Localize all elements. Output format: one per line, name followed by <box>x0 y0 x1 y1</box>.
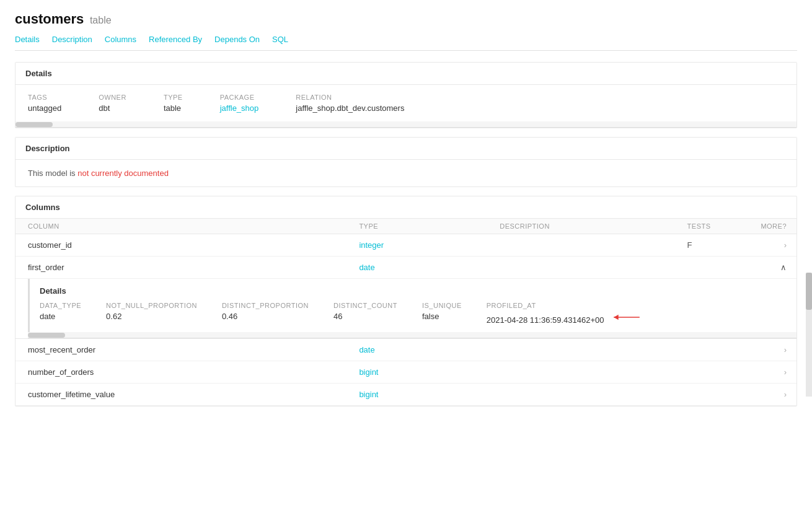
col-desc-number-of-orders <box>500 361 687 384</box>
exp-is-unique-label: IS_UNIQUE <box>422 302 462 309</box>
chevron-right-icon: › <box>784 240 787 250</box>
page-subtitle: table <box>90 15 112 25</box>
details-scroll-thumb[interactable] <box>15 122 53 127</box>
col-type-customer-id: integer <box>359 234 500 257</box>
col-desc-customer-lifetime-value <box>500 384 687 406</box>
page-title: customers <box>15 11 84 27</box>
col-tests-most-recent-order <box>687 339 750 361</box>
exp-data-type-label: DATA_TYPE <box>40 302 81 309</box>
table-row: customer_id integer F › <box>15 234 797 257</box>
columns-section: Columns COLUMN TYPE DESCRIPTION TESTS <box>15 196 797 406</box>
tab-details[interactable]: Details <box>15 35 40 50</box>
details-grid: TAGS untagged OWNER dbt TYPE table PACKA… <box>15 85 797 121</box>
exp-is-unique: IS_UNIQUE false <box>422 302 462 325</box>
description-heading: Description <box>15 138 797 160</box>
right-scrollbar-track[interactable] <box>806 273 812 397</box>
detail-relation: RELATION jaffle_shop.dbt_dev.customers <box>296 94 404 113</box>
owner-label: OWNER <box>99 94 126 101</box>
col-type-number-of-orders: bigint <box>359 361 500 384</box>
red-arrow-indicator <box>611 312 642 323</box>
tags-label: TAGS <box>28 94 61 101</box>
col-name-most-recent-order: most_recent_order <box>15 339 359 361</box>
exp-distinct-count-value: 46 <box>333 312 397 321</box>
columns-header-row: COLUMN TYPE DESCRIPTION TESTS MORE? <box>15 219 797 234</box>
chevron-right-icon: › <box>784 367 787 377</box>
description-body: This model is not currently documented <box>15 160 797 187</box>
col-tests-customer-lifetime-value <box>687 384 750 406</box>
relation-label: RELATION <box>296 94 404 101</box>
col-name-first-order: first_order <box>15 257 359 279</box>
exp-not-null-value: 0.62 <box>106 312 197 321</box>
col-header-more: MORE? <box>749 219 797 234</box>
chevron-up-icon: ∧ <box>780 263 787 272</box>
col-tests-first-order <box>687 257 750 279</box>
col-more-number-of-orders[interactable]: › <box>749 361 797 384</box>
col-name-customer-lifetime-value: customer_lifetime_value <box>15 384 359 406</box>
exp-data-type-value: date <box>40 312 81 321</box>
col-desc-customer-id <box>500 234 687 257</box>
detail-package: PACKAGE jaffle_shop <box>220 94 259 113</box>
detail-owner: OWNER dbt <box>99 94 126 113</box>
exp-profiled-at-value: 2021-04-28 11:36:59.431462+00 <box>487 312 642 325</box>
table-row: first_order date ∧ <box>15 257 797 279</box>
expanded-grid: DATA_TYPE date NOT_NULL_PROPORTION 0.62 … <box>40 302 787 325</box>
col-desc-most-recent-order <box>500 339 687 361</box>
col-header-type: TYPE <box>359 219 500 234</box>
tab-description[interactable]: Description <box>52 35 92 50</box>
exp-distinct-prop-value: 0.46 <box>222 312 309 321</box>
tags-value: untagged <box>28 103 61 113</box>
svg-marker-1 <box>614 315 619 320</box>
col-more-customer-lifetime-value[interactable]: › <box>749 384 797 406</box>
exp-distinct-prop: DISTINCT_PROPORTION 0.46 <box>222 302 309 325</box>
exp-distinct-count: DISTINCT_COUNT 46 <box>333 302 397 325</box>
package-label: PACKAGE <box>220 94 259 101</box>
tab-referenced-by[interactable]: Referenced By <box>149 35 202 50</box>
type-label: TYPE <box>164 94 183 101</box>
col-tests-number-of-orders <box>687 361 750 384</box>
tab-depends-on[interactable]: Depends On <box>214 35 260 50</box>
col-more-most-recent-order[interactable]: › <box>749 339 797 361</box>
exp-distinct-prop-label: DISTINCT_PROPORTION <box>222 302 309 309</box>
tab-columns[interactable]: Columns <box>105 35 136 50</box>
chevron-right-icon: › <box>784 390 787 399</box>
detail-tags: TAGS untagged <box>28 94 61 113</box>
expanded-scrollbar[interactable] <box>28 332 797 338</box>
owner-value: dbt <box>99 103 126 113</box>
tab-sql[interactable]: SQL <box>272 35 288 50</box>
exp-profiled-at: PROFILED_AT 2021-04-28 11:36:59.431462+0… <box>487 302 642 325</box>
page-header: customers table <box>15 11 797 27</box>
col-type-most-recent-order: date <box>359 339 500 361</box>
expanded-scroll-thumb[interactable] <box>28 333 65 338</box>
exp-not-null: NOT_NULL_PROPORTION 0.62 <box>106 302 197 325</box>
details-section: Details TAGS untagged OWNER dbt TYPE tab… <box>15 62 797 128</box>
col-more-customer-id[interactable]: › <box>749 234 797 257</box>
exp-data-type: DATA_TYPE date <box>40 302 81 325</box>
table-row: number_of_orders bigint › <box>15 361 797 384</box>
tab-nav: Details Description Columns Referenced B… <box>15 35 797 51</box>
col-name-customer-id: customer_id <box>15 234 359 257</box>
col-desc-first-order <box>500 257 687 279</box>
columns-heading: Columns <box>15 196 797 218</box>
chevron-right-icon: › <box>784 345 787 354</box>
exp-profiled-at-label: PROFILED_AT <box>487 302 642 309</box>
exp-is-unique-value: false <box>422 312 462 321</box>
detail-type: TYPE table <box>164 94 183 113</box>
expanded-title: Details <box>40 286 787 296</box>
description-text-prefix: This model is <box>28 169 77 178</box>
col-header-tests: TESTS <box>687 219 750 234</box>
table-row: customer_lifetime_value bigint › <box>15 384 797 406</box>
details-scrollbar[interactable] <box>15 121 797 128</box>
expanded-inner: Details DATA_TYPE date NOT_NULL_PROPORTI… <box>28 279 797 332</box>
right-scrollbar-thumb[interactable] <box>806 273 812 310</box>
col-type-first-order: date <box>359 257 500 279</box>
exp-not-null-label: NOT_NULL_PROPORTION <box>106 302 197 309</box>
expanded-details-row: Details DATA_TYPE date NOT_NULL_PROPORTI… <box>15 279 797 339</box>
col-name-number-of-orders: number_of_orders <box>15 361 359 384</box>
exp-distinct-count-label: DISTINCT_COUNT <box>333 302 397 309</box>
details-row: TAGS untagged OWNER dbt TYPE table PACKA… <box>28 94 784 113</box>
table-row: most_recent_order date › <box>15 339 797 361</box>
package-value: jaffle_shop <box>220 103 259 113</box>
col-more-first-order[interactable]: ∧ <box>749 257 797 279</box>
description-not-documented: not currently documented <box>77 169 169 178</box>
col-header-column: COLUMN <box>15 219 359 234</box>
